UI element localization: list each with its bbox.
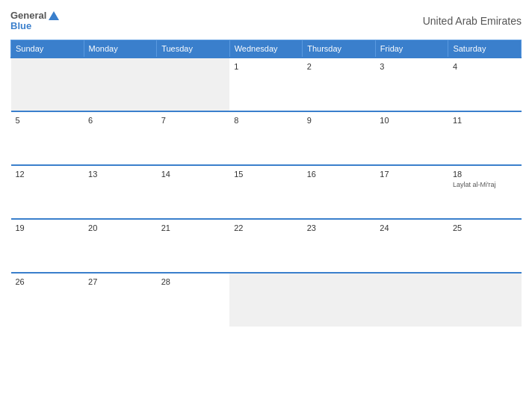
day-number: 10 bbox=[380, 116, 389, 125]
table-row: 24 bbox=[375, 219, 448, 273]
table-row: 13 bbox=[84, 165, 157, 219]
calendar-table: Sunday Monday Tuesday Wednesday Thursday… bbox=[10, 40, 522, 327]
table-row: 2 bbox=[303, 58, 376, 111]
table-row: 8 bbox=[229, 111, 303, 165]
calendar-page: GeneralBlue United Arab Emirates Sunday … bbox=[0, 0, 532, 411]
table-row: 23 bbox=[303, 219, 376, 273]
table-row: 3 bbox=[375, 58, 448, 111]
day-number: 11 bbox=[453, 116, 462, 125]
day-number: 9 bbox=[307, 116, 312, 125]
day-number: 24 bbox=[380, 223, 389, 232]
logo-blue-label: Blue bbox=[10, 21, 70, 31]
table-row: 6 bbox=[84, 111, 157, 165]
day-number: 2 bbox=[307, 62, 312, 71]
table-row bbox=[375, 273, 448, 327]
table-row: 21 bbox=[157, 219, 230, 273]
day-number: 14 bbox=[161, 170, 170, 179]
day-number: 5 bbox=[16, 116, 20, 125]
day-number: 28 bbox=[161, 277, 170, 286]
table-row: 28 bbox=[157, 273, 230, 327]
table-row: 12 bbox=[11, 165, 84, 219]
table-row: 4 bbox=[448, 58, 522, 111]
col-monday: Monday bbox=[84, 40, 157, 58]
day-number: 1 bbox=[234, 62, 238, 71]
day-number: 27 bbox=[88, 277, 97, 286]
day-number: 6 bbox=[88, 116, 93, 125]
day-number: 18 bbox=[453, 170, 462, 179]
table-row bbox=[448, 273, 522, 327]
logo-block: GeneralBlue bbox=[10, 10, 70, 31]
day-number: 26 bbox=[16, 277, 25, 286]
col-tuesday: Tuesday bbox=[157, 40, 230, 58]
day-number: 22 bbox=[234, 223, 243, 232]
calendar-header-row: Sunday Monday Tuesday Wednesday Thursday… bbox=[11, 40, 522, 58]
country-name: United Arab Emirates bbox=[417, 15, 522, 27]
day-number: 25 bbox=[453, 223, 462, 232]
calendar-week-row: 262728 bbox=[11, 273, 522, 327]
table-row: 22 bbox=[229, 219, 303, 273]
day-number: 4 bbox=[453, 62, 457, 71]
header: GeneralBlue United Arab Emirates bbox=[10, 7, 522, 34]
day-number: 12 bbox=[16, 170, 25, 179]
table-row: 7 bbox=[157, 111, 230, 165]
day-number: 23 bbox=[307, 223, 316, 232]
logo-general-label: General bbox=[10, 10, 46, 20]
table-row: 11 bbox=[448, 111, 522, 165]
day-number: 17 bbox=[380, 170, 389, 179]
day-number: 13 bbox=[88, 170, 97, 179]
calendar-week-row: 567891011 bbox=[11, 111, 522, 165]
day-number: 7 bbox=[161, 116, 166, 125]
col-friday: Friday bbox=[375, 40, 448, 58]
day-number: 19 bbox=[16, 223, 25, 232]
logo-triangle-icon bbox=[49, 11, 59, 20]
table-row bbox=[229, 273, 303, 327]
calendar-week-row: 1234 bbox=[11, 58, 522, 111]
table-row: 5 bbox=[11, 111, 84, 165]
table-row: 26 bbox=[11, 273, 84, 327]
table-row: 9 bbox=[303, 111, 376, 165]
day-event: Laylat al-Mi'raj bbox=[453, 181, 517, 190]
day-number: 15 bbox=[234, 170, 243, 179]
table-row bbox=[157, 58, 230, 111]
table-row bbox=[11, 58, 84, 111]
day-number: 16 bbox=[307, 170, 316, 179]
col-sunday: Sunday bbox=[11, 40, 84, 58]
col-saturday: Saturday bbox=[448, 40, 522, 58]
calendar-week-row: 12131415161718Laylat al-Mi'raj bbox=[11, 165, 522, 219]
day-number: 3 bbox=[380, 62, 384, 71]
calendar-week-row: 19202122232425 bbox=[11, 219, 522, 273]
day-number: 20 bbox=[88, 223, 97, 232]
table-row: 17 bbox=[375, 165, 448, 219]
col-wednesday: Wednesday bbox=[229, 40, 303, 58]
table-row: 20 bbox=[84, 219, 157, 273]
table-row: 19 bbox=[11, 219, 84, 273]
table-row: 25 bbox=[448, 219, 522, 273]
day-number: 8 bbox=[234, 116, 238, 125]
table-row: 14 bbox=[157, 165, 230, 219]
table-row: 1 bbox=[229, 58, 303, 111]
table-row: 15 bbox=[229, 165, 303, 219]
table-row bbox=[303, 273, 376, 327]
table-row: 10 bbox=[375, 111, 448, 165]
table-row bbox=[84, 58, 157, 111]
table-row: 27 bbox=[84, 273, 157, 327]
table-row: 16 bbox=[303, 165, 376, 219]
day-number: 21 bbox=[161, 223, 170, 232]
table-row: 18Laylat al-Mi'raj bbox=[448, 165, 522, 219]
col-thursday: Thursday bbox=[303, 40, 376, 58]
